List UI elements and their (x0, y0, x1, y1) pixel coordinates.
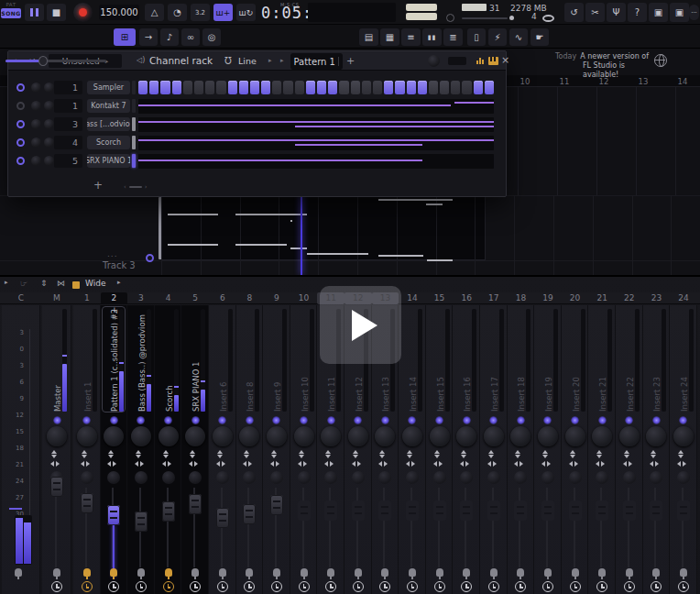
strip-enable-led[interactable] (354, 416, 362, 424)
stereo-separation-arrows[interactable] (461, 450, 466, 458)
cut-tool-button[interactable]: ✂ (585, 3, 605, 22)
pat-label[interactable]: PAT (1, 2, 21, 7)
latency-clock-icon[interactable] (353, 581, 364, 592)
mixer-track-number[interactable]: 4 (155, 292, 182, 304)
step-cell[interactable] (149, 81, 159, 94)
mixer-track-number[interactable]: 24 (670, 292, 697, 304)
fader-handle[interactable] (298, 500, 311, 521)
mixer-routing-indicator[interactable] (132, 99, 136, 113)
mixer-track-number[interactable]: M (42, 292, 71, 304)
strip-eq-knob[interactable] (135, 471, 148, 484)
channel-mute-led[interactable] (16, 138, 25, 147)
channel-volume-knob[interactable] (44, 82, 54, 93)
step-cell[interactable] (172, 81, 181, 94)
step-cell[interactable] (418, 81, 427, 94)
fader-handle[interactable] (81, 493, 93, 513)
mixer-track-number[interactable]: 20 (562, 292, 589, 304)
step-cell[interactable] (351, 81, 360, 94)
fader-track[interactable] (167, 488, 169, 567)
step-cell[interactable] (384, 81, 393, 94)
stereo-separation-arrows[interactable] (542, 450, 548, 458)
channel-number[interactable]: 4 (54, 136, 82, 149)
strip-pan-knob[interactable] (159, 426, 179, 446)
strip-pan-knob[interactable] (131, 426, 151, 446)
fader-handle[interactable] (406, 500, 419, 521)
channel-mute-led[interactable] (16, 83, 25, 92)
song-mode-button[interactable]: SONG (1, 8, 21, 18)
pause-button[interactable] (25, 4, 44, 21)
mixer-routing-indicator[interactable] (132, 136, 136, 149)
pan-arrows[interactable] (162, 461, 171, 467)
mixer-track-number[interactable]: 14 (399, 292, 426, 304)
strip-enable-led[interactable] (53, 416, 61, 424)
strip-eq-knob[interactable] (460, 471, 473, 484)
main-panel-toggle[interactable]: ⊞ (114, 28, 136, 46)
strip-pan-knob[interactable] (402, 426, 422, 446)
step-cell[interactable] (328, 81, 337, 94)
step-cell[interactable] (216, 81, 225, 94)
fader-handle[interactable] (352, 500, 365, 521)
fader-handle[interactable] (135, 512, 148, 532)
mixer-updown-icon[interactable]: ⇕ (40, 279, 48, 288)
arm-recording-icon[interactable] (219, 568, 226, 577)
latency-clock-icon[interactable] (244, 581, 255, 592)
graph-editor-icon[interactable] (476, 58, 484, 64)
stereo-separation-arrows[interactable] (570, 450, 575, 458)
strip-enable-led[interactable] (110, 416, 118, 424)
fader-handle[interactable] (487, 500, 500, 521)
strip-enable-led[interactable] (679, 416, 687, 424)
fader-handle[interactable] (107, 505, 120, 525)
step-cell[interactable] (462, 81, 471, 94)
track-mute-led[interactable] (146, 254, 154, 262)
fader-handle[interactable] (677, 500, 690, 521)
strip-pan-knob[interactable] (104, 426, 124, 446)
strip-eq-knob[interactable] (596, 471, 608, 484)
scroll-right-icon[interactable]: › (145, 183, 148, 191)
pan-arrows[interactable] (298, 461, 307, 467)
stereo-separation-arrows[interactable] (51, 450, 57, 458)
step-cell[interactable] (485, 81, 494, 94)
song-position-bar-top[interactable] (406, 4, 437, 11)
fader-handle[interactable] (433, 500, 446, 521)
playhead[interactable] (301, 195, 302, 275)
pan-arrows[interactable] (81, 461, 90, 467)
mixer-strip-8[interactable]: Insert 8 (236, 305, 264, 594)
slide-notes-button[interactable]: ♪ (160, 28, 179, 46)
stereo-separation-arrows[interactable] (379, 450, 385, 458)
strip-pan-knob[interactable] (47, 426, 67, 446)
fader-handle[interactable] (460, 500, 473, 521)
strip-eq-knob[interactable] (433, 471, 446, 484)
pat-song-toggle[interactable]: PAT SONG (1, 2, 21, 18)
pan-arrows[interactable] (569, 461, 578, 467)
channel-pan-knob[interactable] (31, 138, 41, 148)
stop-button[interactable]: ■ (47, 4, 66, 21)
strip-enable-led[interactable] (435, 416, 443, 424)
mixer-strip-19[interactable]: Insert 19 (534, 305, 562, 594)
stereo-separation-arrows[interactable] (651, 450, 656, 458)
track-name-label[interactable]: Track 3 (103, 260, 136, 270)
pan-arrows[interactable] (677, 461, 686, 467)
master-volume-slider[interactable] (5, 60, 106, 62)
fader-handle[interactable] (189, 494, 202, 514)
stereo-separation-arrows[interactable] (82, 450, 87, 458)
mixer-strip-16[interactable]: Insert 16 (453, 305, 480, 594)
step-cell[interactable] (295, 81, 304, 94)
arm-recording-icon[interactable] (110, 568, 117, 577)
pan-arrows[interactable] (50, 461, 60, 467)
fader-handle[interactable] (324, 500, 337, 521)
oscilloscope[interactable] (308, 3, 396, 22)
feedback-button[interactable]: ··· (689, 5, 699, 20)
arm-recording-icon[interactable] (463, 568, 470, 577)
wait-for-input-button[interactable]: ◔ (168, 4, 187, 21)
strip-pan-knob[interactable] (239, 426, 259, 446)
step-cell[interactable] (228, 81, 237, 94)
strip-pan-knob[interactable] (77, 426, 97, 446)
mixer-track-number[interactable]: 5 (181, 292, 209, 304)
channel-volume-knob[interactable] (44, 101, 54, 111)
latency-clock-icon[interactable] (651, 581, 662, 592)
scroll-left-icon[interactable]: ‹ (124, 183, 126, 191)
strip-enable-led[interactable] (300, 416, 308, 424)
step-cell[interactable] (138, 81, 148, 94)
channel-mute-led[interactable] (16, 102, 25, 110)
pan-arrows[interactable] (623, 461, 632, 467)
